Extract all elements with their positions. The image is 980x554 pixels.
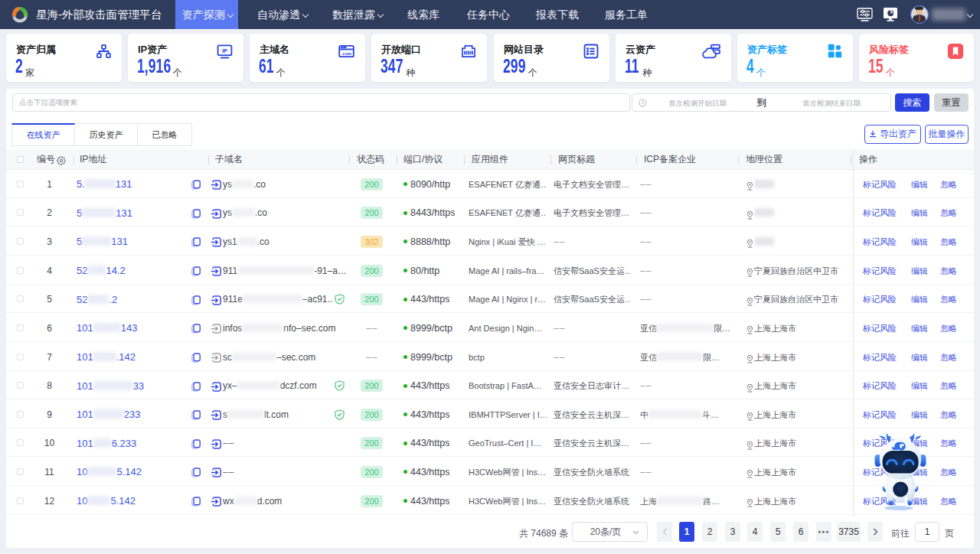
svg-text:IP: IP	[222, 47, 227, 54]
svg-text:.com: .com	[341, 51, 351, 56]
